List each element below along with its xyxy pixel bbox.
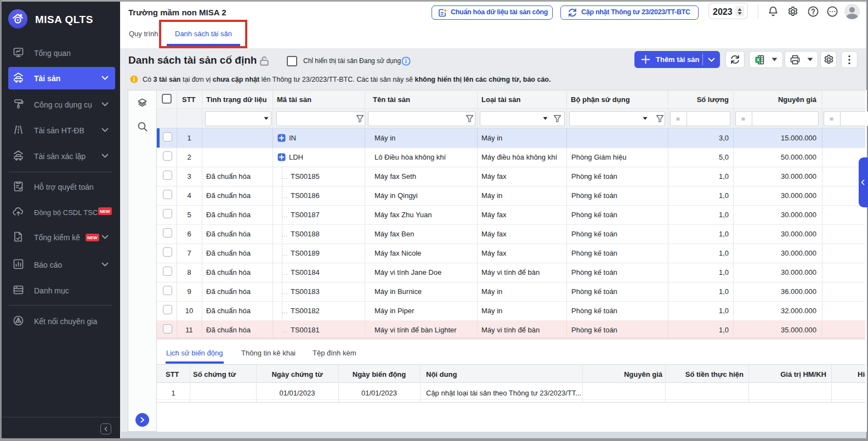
svg-text:X: X bbox=[757, 57, 760, 63]
